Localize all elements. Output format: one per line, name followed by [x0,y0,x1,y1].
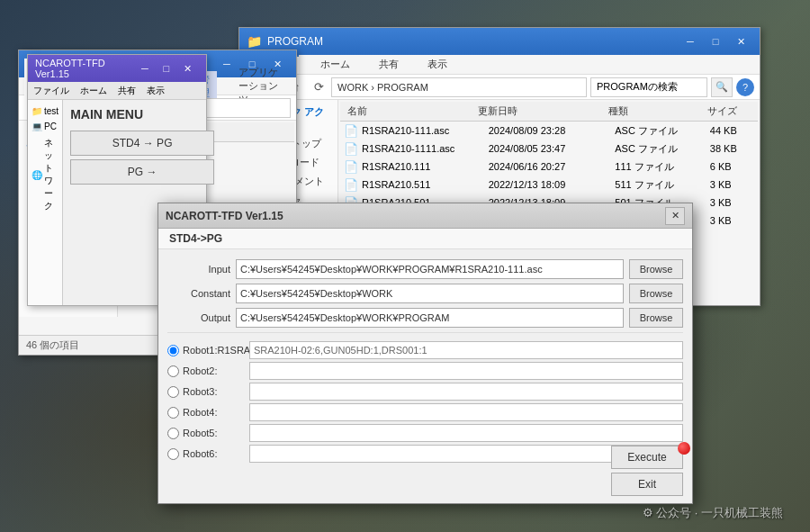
ncarott-sidebar-network[interactable]: 🌐 ネットワーク [28,134,62,215]
file-size-6: 3 KB [710,215,754,226]
dialog-footer: Execute Exit [611,446,683,496]
file-row[interactable]: 📄 R1SRA210.511 2022/12/13 18:09 511 ファイル… [340,176,758,194]
robot2-label: Robot2: [183,365,246,376]
output-browse-button[interactable]: Browse [629,308,683,328]
file-icon-111: 📄 [344,160,358,174]
file-name-2: R1SRA210-1111.asc [362,143,489,154]
ncarott-tab-file[interactable]: ファイル [33,85,69,97]
robot1-radio[interactable] [167,345,179,356]
robot2-radio[interactable] [167,365,179,377]
output-field[interactable] [236,308,624,328]
file-name-4: R1SRA210.511 [362,179,489,190]
exit-button[interactable]: Exit [611,473,683,496]
dialog-window: NCAROTT-TFD Ver1.15 ✕ STD4->PG Input Bro… [158,203,693,504]
input-browse-button[interactable]: Browse [629,259,683,279]
file-size-5: 3 KB [710,197,754,208]
minimize-button[interactable]: ─ [679,32,702,51]
watermark: ⚙ 公众号 · 一只机械工装熊 [643,505,783,521]
robot6-label: Robot6: [183,448,246,459]
ribbon-tab-view[interactable]: 表示 [420,56,454,73]
robot1-label: Robot1:R1SRA210 [183,345,246,356]
file-icon-asc2: 📄 [344,142,358,156]
ribbon-tab-share[interactable]: 共有 [372,56,406,73]
dialog-title: NCAROTT-TFD Ver1.15 [166,210,284,222]
robot2-input[interactable] [249,362,683,380]
close-button[interactable]: ✕ [729,32,752,51]
ncarott-titlebar: NCAROTT-TFD Ver1.15 ─ □ ✕ [28,55,206,82]
file-name-1: R1SRA210-111.asc [362,125,489,136]
ncarott-tab-view[interactable]: 表示 [147,85,165,97]
robot-row-4: Robot4: [167,403,683,421]
ncarott-app-title: NCAROTT-TFD Ver1.15 [35,58,134,79]
robot-row-1: Robot1:R1SRA210 [167,341,683,359]
file-size-4: 3 KB [710,179,754,190]
ncarott-minimize[interactable]: ─ [134,59,156,78]
column-headers: 名前 更新日時 種類 サイズ [340,102,758,122]
constant-browse-button[interactable]: Browse [629,284,683,303]
search-input[interactable] [590,77,707,97]
col-header-name[interactable]: 名前 [344,104,474,119]
file-type-4: 511 ファイル [615,178,709,192]
ncarott-ribbon: ファイル ホーム 共有 表示 [28,82,206,100]
constant-field[interactable] [236,284,624,303]
ncarott-menu-title: MAIN MENU [70,107,214,122]
robot5-radio[interactable] [167,428,179,439]
network-icon: 🌐 [32,170,42,180]
robot6-radio[interactable] [167,448,179,460]
file-size-3: 6 KB [710,161,754,172]
output-label: Output [167,312,230,323]
ribbon-tab-home[interactable]: ホーム [313,56,357,73]
file-date-4: 2022/12/13 18:09 [489,179,616,190]
ncarott-sidebar-pc[interactable]: 💻 PC [28,119,62,134]
input-field[interactable] [236,259,624,279]
robot1-input[interactable] [249,341,683,359]
ncarott-sidebar-test[interactable]: 📁 test [28,104,62,119]
robot3-radio[interactable] [167,386,179,398]
ncarott-close[interactable]: ✕ [177,59,199,78]
file-size-2: 38 KB [710,143,754,154]
pc-icon: 💻 [32,122,42,131]
std4-pg-button[interactable]: STD4 → PG [70,131,214,156]
constant-label: Constant [167,288,230,299]
robot-row-6: Robot6: [167,445,683,463]
pg-button[interactable]: PG → [70,159,214,185]
file-date-3: 2024/06/16 20:27 [489,161,616,172]
file-date-1: 2024/08/09 23:28 [489,125,616,136]
col-header-size[interactable]: サイズ [704,104,754,119]
robot4-radio[interactable] [167,407,179,419]
robot3-input[interactable] [249,383,683,401]
test-folder-icon: 📁 [32,106,42,116]
col-header-date[interactable]: 更新日時 [474,104,605,119]
ncarott-tab-share[interactable]: 共有 [118,85,136,97]
file-row[interactable]: 📄 R1SRA210-1111.asc 2024/08/05 23:47 ASC… [340,140,758,158]
col-header-type[interactable]: 種類 [605,104,705,119]
file-row[interactable]: 📄 R1SRA210.111 2024/06/16 20:27 111 ファイル… [340,158,758,176]
dialog-subtitle: STD4->PG [158,229,692,249]
input-row: Input Browse [167,259,683,279]
ncarott-maximize[interactable]: □ [156,59,177,78]
file-row[interactable]: 📄 R1SRA210-111.asc 2024/08/09 23:28 ASC … [340,122,758,140]
refresh-button[interactable]: ⟳ [310,78,328,96]
robot4-input[interactable] [249,403,683,421]
file-type-3: 111 ファイル [615,160,709,174]
execute-button[interactable]: Execute [611,446,683,469]
help-button[interactable]: ? [736,78,754,96]
robot4-label: Robot4: [183,407,246,418]
robot5-label: Robot5: [183,428,246,438]
file-name-3: R1SRA210.111 [362,161,489,172]
explorer-back-window-controls: ─ □ ✕ [679,32,752,51]
robot5-input[interactable] [249,424,683,442]
ncarott-tab-home[interactable]: ホーム [80,85,107,97]
breadcrumb-text: WORK › PROGRAM [338,82,428,93]
breadcrumb[interactable]: WORK › PROGRAM [331,77,587,97]
search-button[interactable]: 🔍 [711,77,733,97]
explorer-back-titlebar: 📁 PROGRAM ─ □ ✕ [239,28,760,55]
dialog-close-button[interactable]: ✕ [665,207,685,225]
ribbon-bar: ファイル ホーム 共有 表示 [239,55,760,75]
file-icon-asc1: 📄 [344,124,358,138]
file-size-1: 44 KB [710,125,754,136]
constant-row: Constant Browse [167,284,683,303]
execute-indicator-dot [678,442,690,455]
maximize-button[interactable]: □ [704,32,727,51]
nav-bar: ← → ↑ ⟳ WORK › PROGRAM 🔍 ? [239,75,760,100]
